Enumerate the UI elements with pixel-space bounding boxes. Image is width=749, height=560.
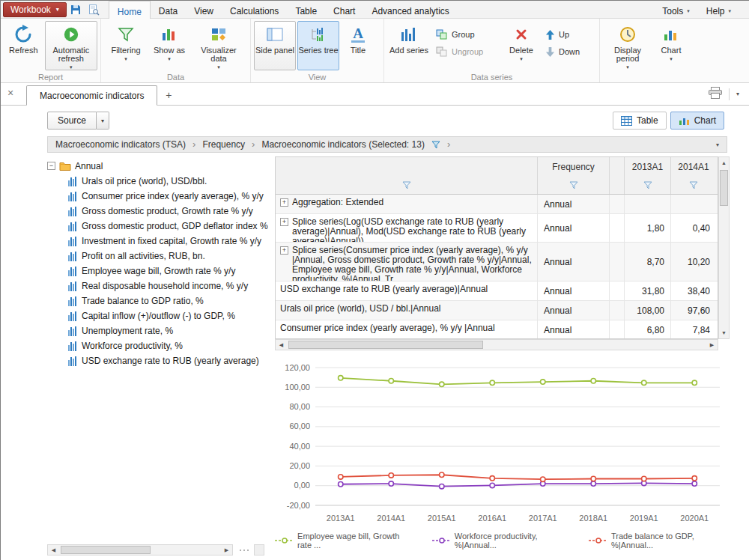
- header-frequency-column[interactable]: Frequency: [538, 157, 610, 194]
- chevron-down-icon[interactable]: ▾: [97, 112, 109, 130]
- tree-item[interactable]: Investment in fixed capital, Growth rate…: [47, 234, 270, 249]
- chart-svg[interactable]: 120,00100,0080,0060,0040,0020,000,00-20,…: [275, 359, 729, 528]
- legend-item[interactable]: Workforce productivity, %|Annual...: [432, 532, 572, 550]
- legend-item[interactable]: Trade balance to GDP, %|Annual...: [589, 532, 729, 550]
- delete-button[interactable]: Delete ▾: [503, 21, 540, 70]
- tree-item[interactable]: Unemployment rate, %: [47, 323, 270, 338]
- chevron-down-icon[interactable]: ▾: [736, 91, 739, 97]
- header-name-column[interactable]: [276, 157, 538, 194]
- breadcrumb-item-workbook[interactable]: Macroeconomic indicators (TSA): [55, 139, 186, 150]
- menu-item-data[interactable]: Data: [151, 1, 186, 18]
- filter-icon[interactable]: [569, 181, 578, 189]
- expand-icon[interactable]: +: [280, 198, 288, 207]
- legend-item[interactable]: Employee wage bill, Growth rate ...: [275, 532, 416, 550]
- print-preview-button[interactable]: [85, 2, 103, 17]
- menu-item-view[interactable]: View: [186, 1, 222, 18]
- filter-icon[interactable]: [402, 181, 411, 189]
- scrollbar-track[interactable]: [59, 545, 221, 555]
- tab-macroeconomic-indicators[interactable]: Macroeconomic indicators: [26, 85, 157, 106]
- workbook-menu-button[interactable]: Workbook ▾: [3, 2, 67, 17]
- ungroup-button[interactable]: Ungroup: [432, 44, 501, 59]
- table-row[interactable]: +Splice series(Log(USD exchange rate to …: [276, 214, 718, 243]
- svg-text:80,00: 80,00: [289, 402, 310, 411]
- group-button[interactable]: Group: [432, 27, 501, 42]
- chevron-down-icon[interactable]: ▾: [716, 141, 719, 148]
- scroll-left-icon[interactable]: ◀: [48, 545, 59, 555]
- tree-item[interactable]: Urals oil price (world), USD/bbl.: [47, 174, 270, 189]
- tree-item[interactable]: Consumer price index (yearly average), %…: [47, 189, 270, 204]
- scrollbar-thumb[interactable]: [61, 546, 151, 554]
- tree-item[interactable]: Gross domestic product, Growth rate % y/…: [47, 204, 270, 219]
- table-row[interactable]: Consumer price index (yearly average), %…: [276, 320, 718, 339]
- tree-item[interactable]: Trade balance to GDP ratio, %: [47, 293, 270, 308]
- tree-item[interactable]: Capital inflow (+)/outflow (-) to GDP, %: [47, 308, 270, 323]
- printer-button[interactable]: [709, 87, 722, 101]
- scroll-right-icon[interactable]: ▶: [221, 545, 232, 555]
- scroll-left-icon[interactable]: ◀: [276, 340, 287, 350]
- show-as-button[interactable]: Show as ▾: [149, 21, 189, 70]
- filter-icon[interactable]: [689, 181, 698, 189]
- tree-root-annual[interactable]: − Annual: [47, 158, 270, 174]
- filter-icon[interactable]: [431, 141, 440, 149]
- panel-splitter[interactable]: [254, 544, 264, 556]
- header-2014-column[interactable]: 2014A1: [671, 157, 716, 194]
- tree-item[interactable]: Workforce productivity, %: [47, 338, 270, 353]
- move-up-button[interactable]: Up: [542, 27, 591, 42]
- title-button[interactable]: A Title: [341, 21, 375, 70]
- table-vscrollbar[interactable]: ▲ ▼: [718, 156, 730, 339]
- scrollbar-track[interactable]: [287, 340, 706, 350]
- move-down-button[interactable]: Down: [542, 44, 591, 59]
- scroll-right-icon[interactable]: ▶: [706, 340, 718, 350]
- scrollbar-thumb[interactable]: [720, 170, 728, 206]
- svg-text:60,00: 60,00: [289, 421, 310, 430]
- expand-icon[interactable]: +: [280, 218, 288, 226]
- series-tree-button[interactable]: Series tree: [297, 21, 339, 70]
- breadcrumb-item-frequency[interactable]: Frequency: [202, 139, 245, 150]
- menu-item-chart[interactable]: Chart: [325, 1, 363, 18]
- header-2013-column[interactable]: 2013A1: [625, 157, 671, 194]
- save-button[interactable]: [67, 2, 85, 17]
- row-value-2014: 10,20: [671, 243, 716, 281]
- expand-icon[interactable]: +: [280, 246, 288, 255]
- scroll-up-icon[interactable]: ▲: [719, 157, 729, 168]
- panel-resize-grip[interactable]: [236, 544, 252, 556]
- close-panel-icon[interactable]: ×: [7, 88, 13, 98]
- refresh-button[interactable]: Refresh: [4, 21, 43, 70]
- visualizer-data-button[interactable]: Visualizer data ▾: [191, 21, 246, 70]
- filter-icon[interactable]: [643, 181, 652, 189]
- tree-item[interactable]: Real disposable household income, % y/y: [47, 279, 270, 293]
- menu-item-advanced-analytics[interactable]: Advanced analytics: [363, 1, 457, 18]
- table-hscrollbar[interactable]: ◀ ▶: [275, 339, 718, 350]
- chart-view-button[interactable]: Chart: [670, 112, 724, 130]
- menu-item-home[interactable]: Home: [109, 1, 151, 19]
- add-tab-button[interactable]: +: [157, 85, 180, 105]
- filtering-button[interactable]: Filtering ▾: [104, 21, 148, 70]
- table-row[interactable]: USD exchange rate to RUB (yearly average…: [276, 281, 718, 301]
- menu-item-table[interactable]: Table: [287, 1, 325, 18]
- collapse-icon[interactable]: −: [47, 162, 55, 170]
- table-row[interactable]: +Splice series(Consumer price index (yea…: [276, 243, 718, 281]
- breadcrumb-item-selection[interactable]: Macroeconomic indicators (Selected: 13): [261, 139, 424, 150]
- display-period-button[interactable]: Display period ▾: [603, 21, 652, 70]
- tree-hscrollbar[interactable]: ◀ ▶: [47, 544, 233, 556]
- menu-item-help[interactable]: Help▾: [698, 3, 739, 16]
- menu-item-tools[interactable]: Tools▾: [654, 3, 698, 16]
- menu-item-calculations[interactable]: Calculations: [222, 1, 287, 18]
- scroll-down-icon[interactable]: ▼: [719, 327, 729, 338]
- chevron-right-icon: ›: [192, 140, 195, 149]
- table-row[interactable]: +Aggregation: ExtendedAnnual: [276, 195, 718, 214]
- tree-item[interactable]: USD exchange rate to RUB (yearly average…: [47, 353, 270, 368]
- add-series-button[interactable]: Add series: [387, 21, 431, 70]
- scrollbar-track[interactable]: [719, 168, 729, 327]
- tree-item[interactable]: Profit on all activities, RUB, bn.: [47, 249, 270, 264]
- group-ungroup-stack: Group Ungroup: [432, 21, 501, 59]
- scrollbar-thumb[interactable]: [288, 341, 483, 349]
- table-row[interactable]: Urals oil price (world), USD / bbl.|Annu…: [276, 301, 718, 320]
- side-panel-button[interactable]: Side panel: [254, 21, 296, 70]
- tree-item[interactable]: Gross domestic product, GDP deflator ind…: [47, 219, 270, 234]
- table-view-button[interactable]: Table: [613, 112, 667, 130]
- source-button[interactable]: Source ▾: [47, 112, 109, 130]
- tree-item[interactable]: Employee wage bill, Growth rate % y/y: [47, 264, 270, 279]
- automatic-refresh-button[interactable]: Automatic refresh ▾: [45, 21, 97, 70]
- chart-ribbon-button[interactable]: Chart ▾: [654, 21, 688, 70]
